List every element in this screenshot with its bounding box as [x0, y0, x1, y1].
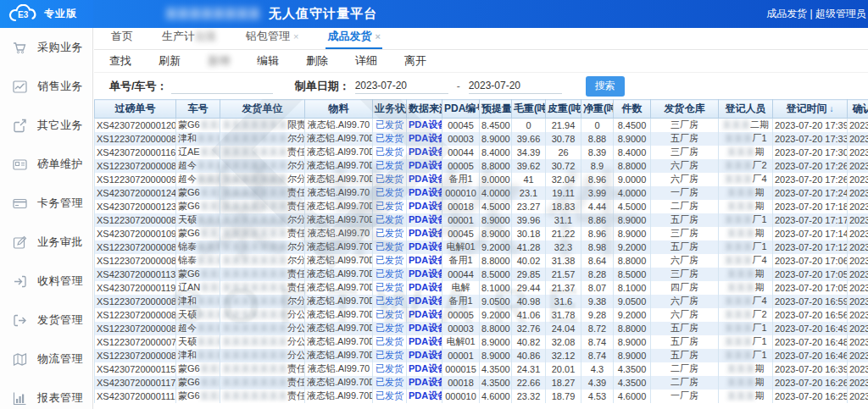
column-header-11[interactable]: 件数: [614, 100, 651, 119]
cell-pre: 9.0000: [480, 173, 512, 186]
table-row[interactable]: XS4230720000115蒙G6某某某某某某某某某某责任公司液态铝.Al99…: [95, 362, 868, 376]
column-header-5[interactable]: 数据来源: [407, 100, 442, 119]
cell-plate: 锦泰某某某: [176, 254, 220, 268]
cell-warehouse: 五厂房: [651, 335, 719, 349]
date-to-input[interactable]: [469, 79, 562, 94]
search-button[interactable]: 搜索: [586, 76, 625, 97]
cell-net: 8.88: [581, 132, 614, 146]
column-header-12[interactable]: 发货仓库: [651, 100, 719, 119]
cell-plate: 津和某某某: [176, 132, 220, 146]
tab-product-delivery[interactable]: 成品发货 ×: [326, 25, 381, 49]
table-row[interactable]: XS12230720000089津和某某某某某某某某某某尔分公司液态铝.Al99…: [95, 132, 868, 146]
table-row[interactable]: XS4230720000113蒙G6某某某某某某某某某某责任公司液态铝.Al99…: [95, 268, 868, 281]
column-header-10[interactable]: 净重(吨): [581, 100, 614, 119]
column-header-1[interactable]: 车号: [176, 100, 220, 119]
sidebar-item-delivery[interactable]: 发货管理: [0, 301, 92, 340]
cell-net: 8.72: [581, 322, 614, 335]
find-button[interactable]: 查找: [109, 53, 131, 69]
table-row[interactable]: XS12230720000090超今某某某某某某某某某某尔分公司液态铝.Al99…: [95, 173, 868, 186]
sidebar-item-other[interactable]: 其它业务: [0, 106, 92, 145]
column-header-2[interactable]: 发货单位: [220, 100, 305, 119]
column-header-15[interactable]: 确认时间: [848, 100, 868, 119]
detail-button[interactable]: 详细: [355, 53, 377, 69]
tab-alu-package[interactable]: 铝包管理 ×: [244, 25, 300, 49]
cell-material: 液态铝.Al99.70DT: [305, 376, 373, 390]
date-from-input[interactable]: [355, 79, 448, 94]
cell-pieces: 4.3500: [614, 376, 651, 390]
column-header-0[interactable]: 过磅单号: [95, 100, 176, 119]
user-info[interactable]: 成品发货 | 超级管理员: [766, 0, 866, 28]
cell-pieces: 8.5000: [614, 268, 651, 281]
column-header-13[interactable]: 登记人员: [719, 100, 773, 119]
table-row[interactable]: XS12230720000084津和某某某某某某某某某某分公司液态铝.Al99.…: [95, 349, 868, 362]
cell-pre: 4.0000: [480, 186, 512, 200]
order-no-input[interactable]: [171, 79, 273, 94]
tab-label: 生产计: [162, 29, 195, 44]
table-row[interactable]: XS12230720000082锦泰某某某某某某某某某某尔分公司液态铝.Al99…: [95, 254, 868, 268]
sidebar-item-label: 销售业务: [37, 79, 83, 94]
table-row[interactable]: XS12230720000080天硕某某某某某某某某某某尔分公司液态铝.Al99…: [95, 213, 868, 227]
table-row[interactable]: XS4230720000109蒙G6某某某某某某某某某某责任公司液态铝.Al99…: [95, 227, 868, 240]
cell-confirm: 2023-07-20: [848, 213, 868, 227]
table-row[interactable]: XS12230720000087津和某某某某某某某某某某尔分公司液态铝.Al99…: [95, 295, 868, 308]
cell-source: PDA设备: [407, 308, 442, 322]
column-header-3[interactable]: 物料: [305, 100, 373, 119]
cell-source: PDA设备: [407, 362, 442, 376]
add-button-blurred[interactable]: 新增: [208, 53, 230, 69]
tab-home[interactable]: 首页: [109, 25, 135, 49]
table-row[interactable]: XS12230720000079天硕某某某某某某某某某某分公司液态铝.Al99.…: [95, 335, 868, 349]
sidebar-item-reports[interactable]: 报表管理: [0, 379, 92, 409]
sidebar-item-logistics[interactable]: 物流管理: [0, 340, 92, 379]
table-row[interactable]: XS4230720000111蒙G6某某某某某某某某某某责任公司液态铝.Al99…: [95, 390, 868, 403]
arrow-in-icon: [12, 274, 27, 289]
cell-net: 9.28: [581, 308, 614, 322]
cell-time: 2023-07-20 17:17: [773, 213, 848, 227]
cell-warehouse: 三厂房: [651, 146, 719, 159]
column-header-14[interactable]: 登记时间↓: [773, 100, 848, 119]
table-row[interactable]: XS12230720000083天硕某某某某某某某某某某分公司液态铝.Al99.…: [95, 308, 868, 322]
sidebar-item-receive[interactable]: 收料管理: [0, 262, 92, 301]
cell-plate: 蒙G6某某某: [176, 186, 220, 200]
leave-button[interactable]: 离开: [404, 53, 426, 69]
cell-net: 8.74: [581, 335, 614, 349]
tab-production-plan[interactable]: 生产计划某: [160, 25, 219, 49]
table-row[interactable]: XS12230720000088超今某某某某某某某某某某尔分公司液态铝.Al99…: [95, 159, 868, 173]
sidebar-item-sales[interactable]: 销售业务: [0, 67, 92, 106]
sidebar-item-approval[interactable]: 业务审批: [0, 223, 92, 262]
cell-status: 已发货: [373, 132, 407, 146]
column-header-8[interactable]: 毛重(吨): [512, 100, 546, 119]
cell-tare: 21.37: [546, 281, 581, 295]
delete-button[interactable]: 删除: [306, 53, 328, 69]
cell-gross: 41.06: [512, 308, 546, 322]
table-row[interactable]: XS4230720000120蒙G6某某某某某某某某某某限责任公司液态铝.Al9…: [95, 119, 868, 132]
cell-source: PDA设备: [407, 322, 442, 335]
table-row[interactable]: XS12230720000086锦泰某某某某某某某某某某尔分公司液态铝.Al99…: [95, 240, 868, 254]
table-row[interactable]: XS4230720000117蒙G6某某某某某某某某某某责任公司液态铝.Al99…: [95, 376, 868, 390]
column-header-7[interactable]: 预提量(吨): [480, 100, 512, 119]
close-icon[interactable]: ×: [375, 31, 380, 41]
edit-button[interactable]: 编辑: [257, 53, 279, 69]
cell-time: 2023-07-20 17:05: [773, 268, 848, 281]
sidebar-item-weighbill[interactable]: 磅单维护: [0, 145, 92, 184]
column-header-9[interactable]: 皮重(吨): [546, 100, 581, 119]
column-header-6[interactable]: PDA编号: [442, 100, 480, 119]
table-row[interactable]: XS4230720000124蒙G6某某某某某某某某某某责任公司液态铝.Al99…: [95, 186, 868, 200]
table-row[interactable]: XS12230720000085超今某某某某某某某某某某分公司液态铝.Al99.…: [95, 322, 868, 335]
sidebar-item-card[interactable]: 卡务管理: [0, 184, 92, 223]
sort-desc-icon[interactable]: ↓: [830, 104, 834, 113]
cell-tare: 32.12: [546, 349, 581, 362]
cell-warehouse: 五厂房: [651, 322, 719, 335]
cart-icon: [12, 40, 27, 55]
close-icon[interactable]: ×: [293, 31, 298, 41]
cell-pre: 8.8000: [480, 159, 512, 173]
cell-plate: 天硕某某某: [176, 335, 220, 349]
sidebar-item-label: 业务审批: [37, 235, 83, 250]
table-row[interactable]: XS4230720000116辽AE某某某某某某某某某某责任公司液态铝.Al99…: [95, 146, 868, 159]
cell-material: 液态铝.Al99.70DT: [305, 322, 373, 335]
cell-material: 液态铝.Al99.70DT: [305, 268, 373, 281]
column-header-4[interactable]: 业务状态: [373, 100, 407, 119]
refresh-button[interactable]: 刷新: [159, 53, 181, 69]
table-row[interactable]: XS4230720000119辽AN某某某某某某某某某某责任公司液态铝.Al99…: [95, 281, 868, 295]
sidebar-item-purchase[interactable]: 采购业务: [0, 28, 92, 67]
table-row[interactable]: XS4230720000123蒙G6某某某某某某某某某某责任公司液态铝.Al99…: [95, 200, 868, 213]
